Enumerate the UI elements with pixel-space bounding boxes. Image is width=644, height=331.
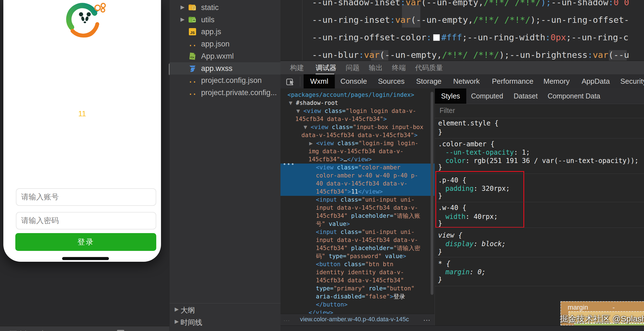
editor-code-line[interactable]: --un-ring-offset-color:#fff;--un-ring-wi… [312, 31, 628, 43]
editor-code-line[interactable]: --un-blur:var(--un-empty,/*!*/ /*!*/);--… [312, 49, 629, 61]
css-rule-line[interactable]: element.style { [438, 119, 499, 127]
debugger-tab-3[interactable]: 问题 [346, 61, 360, 75]
wxml-node-line[interactable]: 145cfb34" placeholder="请输入密 [280, 244, 435, 252]
wxml-node-line[interactable]: <input class="uni-input uni- [280, 196, 435, 204]
chevron-right-icon[interactable]: ▶ [180, 4, 185, 10]
devtools-tab-memory[interactable]: Memory [543, 74, 570, 88]
wxml-node-line[interactable]: ▼ #shadow-root [280, 99, 435, 107]
devtools-tab-network[interactable]: Network [453, 74, 480, 88]
wxml-node-line[interactable]: <packages/account/pages/login/index> [280, 91, 435, 99]
code-segment: } [438, 276, 442, 284]
wxml-node-line[interactable]: identity identity data-v- [280, 268, 435, 276]
css-rule-line[interactable]: margin: 0; [445, 268, 486, 276]
wxml-node-line[interactable]: </view> [280, 309, 435, 314]
wxml-node-line[interactable]: 码" type="password" value> [280, 252, 435, 260]
devtools-tab-appdata[interactable]: AppData [582, 74, 610, 88]
scrollbar-thumb[interactable] [431, 92, 433, 295]
css-rule-line[interactable]: } [438, 276, 442, 284]
wxml-node-line[interactable]: <input class="uni-input uni- [280, 228, 435, 236]
devtools-tab-security[interactable]: Security [620, 74, 644, 88]
account-input[interactable] [16, 188, 156, 206]
tree-item-app-js[interactable]: JSapp.js [170, 26, 280, 38]
wxml-node-line[interactable]: 145cfb34 data-v-145cfb34"> [280, 115, 435, 123]
devtools-tab-console[interactable]: Console [340, 74, 367, 88]
timeline-section[interactable]: ▶ 时间线 [170, 316, 280, 328]
tree-item-static[interactable]: ▶static [170, 1, 280, 14]
login-button[interactable]: 登录 [15, 233, 156, 251]
wxml-node-line[interactable]: input data-v-145cfb34 data-v- [280, 236, 435, 244]
gutter-ellipsis[interactable]: ••• [283, 161, 295, 168]
json-braces-icon: {..} [188, 88, 197, 97]
wxml-node-line[interactable]: 40 data-v-145cfb34 data-v- [280, 180, 435, 188]
tree-item-app-json[interactable]: {..}app.json [170, 38, 280, 50]
watermark-text: 掘金技术社区 @Splash [560, 313, 644, 325]
wxml-node-line[interactable]: aria-disabled="false">登录 [280, 293, 435, 301]
wxml-node-line[interactable]: 145cfb34" placeholder="请输入账 [280, 212, 435, 220]
styles-tab-component-data[interactable]: Component Data [548, 88, 600, 104]
element-picker-icon[interactable] [286, 77, 295, 86]
wxml-node-line[interactable]: type="primary" role="button" [280, 285, 435, 293]
css-rule-line[interactable]: view { [438, 231, 462, 239]
css-rule-line[interactable]: --un-text-opacity: 1; [445, 148, 530, 157]
wxml-node-line[interactable]: 号" value> [280, 220, 435, 228]
code-segment: 145cfb34" [316, 213, 348, 219]
editor-code-line[interactable]: --un-shadow-inset:var(--un-empty,/*!*/ /… [312, 0, 629, 8]
outline-section[interactable]: ▶ 大纲 [170, 303, 280, 316]
editor-code-line[interactable]: --un-ring-inset:var(--un-empty,/*!*/ /*!… [312, 14, 629, 26]
css-rule-line[interactable]: * { [438, 260, 450, 268]
devtools-tab-storage[interactable]: Storage [416, 74, 441, 88]
tree-item-app-wxml[interactable]: <>App.wxml [170, 50, 280, 62]
wxml-node-line[interactable]: input data-v-145cfb34 data-v- [280, 204, 435, 212]
code-editor[interactable]: --un-shadow-inset:var(--un-empty,/*!*/ /… [280, 0, 644, 61]
wxml-node-line[interactable]: <button class="btn btn [280, 260, 435, 268]
svg-text:<>: <> [190, 55, 194, 59]
tree-item-project-config-json[interactable]: {..}project.config.json [170, 74, 280, 87]
wxml-node-line[interactable]: 145cfb34">11</view> [280, 188, 435, 196]
color-swatch[interactable] [433, 34, 440, 41]
css-rule-line[interactable]: display: block; [445, 240, 506, 248]
devtools-tab-sources[interactable]: Sources [378, 74, 404, 88]
code-segment: --un-blur [312, 50, 359, 60]
styles-tab-styles[interactable]: Styles [435, 88, 466, 104]
wxml-node-line[interactable]: img data-v-145cfb34 data-v- [280, 147, 435, 155]
wxml-node-line[interactable]: data-v-145cfb34 data-v-145cfb34"> [280, 131, 435, 139]
margin-value[interactable]: - [613, 303, 615, 311]
styles-tab-dataset[interactable]: Dataset [514, 88, 538, 104]
wxml-node-line[interactable]: color-amber w-40 w-40 p-40 p- [280, 172, 435, 180]
code-segment: "uni-input uni- [362, 229, 414, 235]
wxml-node-line[interactable]: </button> [280, 301, 435, 309]
chevron-right-icon[interactable]: ▶ [180, 16, 185, 23]
code-segment: > [414, 132, 418, 139]
breadcrumb-more[interactable]: ... [423, 315, 431, 322]
wxml-node-line[interactable]: 145cfb34 data-v-145cfb34" [280, 276, 435, 285]
wxml-node-line[interactable]: ▶ <view class="login-img login- [280, 139, 435, 147]
css-rule-line[interactable]: } [438, 248, 442, 256]
filter-input[interactable]: Filter [440, 107, 455, 115]
devtools-tab-performance[interactable]: Performance [492, 74, 533, 88]
code-segment: /*!*/ [473, 50, 499, 60]
file-name: utils [201, 16, 214, 24]
tree-item-app-wxss[interactable]: app.wxss [170, 62, 280, 75]
wxml-node-line[interactable]: 145cfb34">…</view> [280, 155, 435, 164]
debugger-tab-4[interactable]: 输出 [369, 61, 383, 75]
divider [435, 118, 644, 118]
breadcrumb[interactable]: view.color-amber.w-40.p-40.data-v-145c [300, 316, 409, 323]
wxml-node-line[interactable]: ▼ <view class="login login data-v- [280, 107, 435, 115]
css-rule-line[interactable]: } [438, 163, 442, 171]
tree-item-project-private-config-[interactable]: {..}project.private.config... [170, 87, 280, 99]
devtools-tab-wxml[interactable]: Wxml [304, 74, 335, 88]
css-rule-line[interactable]: color: rgb(251 191 36 / var(--un-text-op… [445, 157, 639, 165]
tree-item-utils[interactable]: ▶utils [170, 14, 280, 26]
wxml-node-line[interactable]: <view class="color-amber [280, 164, 435, 172]
debugger-tab-2[interactable]: 调试器 [316, 61, 336, 75]
debugger-tab-6[interactable]: 代码质量 [415, 61, 443, 75]
styles-tab-computed[interactable]: Computed [471, 88, 503, 104]
debugger-tab-5[interactable]: 终端 [392, 61, 406, 75]
css-rule-line[interactable]: .color-amber { [438, 140, 494, 148]
debugger-tab-1[interactable]: 构建 [290, 61, 304, 75]
wxml-node-line[interactable]: ▼ <view class="input-box input-box [280, 123, 435, 131]
password-input[interactable] [16, 212, 156, 229]
css-rule-line[interactable]: } [438, 128, 442, 136]
wechat-devtools-window: 11 登录 页面路径 | ▶static▶utilsJSapp.js{..}ap… [0, 0, 644, 331]
styles-filter-row[interactable]: Filter [435, 104, 644, 118]
